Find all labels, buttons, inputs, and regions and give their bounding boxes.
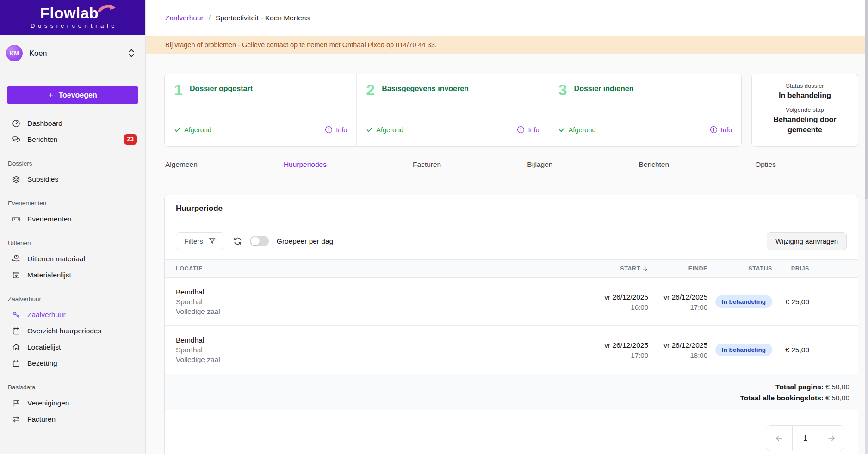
- sidebar-item-materialenlijst[interactable]: Materialenlijst: [0, 267, 145, 283]
- steps-card: 1 Dossier opgestart Afgerond Info: [164, 74, 742, 147]
- step-number: 1: [174, 82, 183, 98]
- step-1-foot: Afgerond Info: [165, 115, 356, 144]
- sidebar-item-facturen[interactable]: Facturen: [0, 411, 145, 427]
- scrollbar-thumb[interactable]: [865, 0, 868, 199]
- sidebar-item-evenementen[interactable]: Evenementen: [0, 211, 145, 227]
- sidebar-item-zaalverhuur[interactable]: Zaalverhuur: [0, 307, 145, 323]
- calendar-icon: [12, 326, 21, 336]
- start-cell: vr 26/12/2025 17:00: [570, 341, 648, 359]
- location-zone: Volledige zaal: [176, 355, 570, 364]
- nav-section-uitlenen: Uitlenen: [8, 239, 145, 246]
- sidebar-item-uitlenen-materiaal[interactable]: Uitlenen materiaal: [0, 251, 145, 267]
- table-row[interactable]: Bemdhal Sporthal Volledige zaal vr 26/12…: [165, 326, 858, 374]
- column-header-einde[interactable]: Einde: [648, 265, 707, 272]
- panel-toolbar: Filters Groepeer per dag Wijziging aanvr…: [165, 222, 858, 259]
- avatar: KM: [6, 45, 23, 61]
- step-info-link[interactable]: Info: [325, 126, 347, 134]
- box-heart-icon: [12, 270, 21, 280]
- panel-title: Huurperiode: [165, 195, 858, 222]
- dossier-tabs: Algemeen Huurperiodes Facturen Bijlagen …: [164, 160, 858, 178]
- sidebar-item-dashboard[interactable]: Dashboard: [0, 115, 145, 131]
- next-step-label: Volgende stap: [757, 106, 852, 113]
- price-cell: € 25,00: [772, 298, 809, 306]
- brand-tagline: Dossiercentrale: [28, 22, 118, 29]
- sidebar-item-label: Bezetting: [27, 359, 57, 368]
- sidebar-item-berichten[interactable]: Berichten 23: [0, 131, 145, 147]
- status-dossier-label: Status dossier: [757, 82, 852, 89]
- home-icon: [12, 343, 21, 352]
- check-icon: [174, 126, 181, 133]
- start-cell: vr 26/12/2025 16:00: [570, 293, 648, 311]
- ticket-icon: [12, 215, 21, 224]
- info-icon: [710, 126, 718, 134]
- group-per-day-toggle[interactable]: [250, 236, 269, 246]
- add-button[interactable]: + Toevoegen: [7, 86, 138, 104]
- sort-desc-icon: [642, 266, 648, 272]
- check-icon: [366, 126, 373, 133]
- chat-bubbles-icon: [12, 135, 21, 144]
- tab-facturen[interactable]: Facturen: [413, 160, 441, 169]
- step-number: 2: [366, 82, 375, 98]
- refresh-button[interactable]: [233, 237, 242, 245]
- sidebar-item-subsidies[interactable]: Subsidies: [0, 171, 145, 187]
- sidebar-item-label: Overzicht huurperiodes: [27, 327, 101, 335]
- tabs-row: Algemeen Huurperiodes Facturen Bijlagen …: [164, 160, 858, 169]
- notice-banner: Bij vragen of problemen - Gelieve contac…: [146, 36, 868, 54]
- tab-huurperiodes[interactable]: Huurperiodes: [284, 160, 327, 169]
- column-header-status[interactable]: Status: [707, 265, 772, 272]
- end-cell: vr 26/12/2025 18:00: [648, 341, 707, 359]
- sidebar-item-label: Facturen: [27, 415, 56, 423]
- breadcrumb-section-link[interactable]: Zaalverhuur: [165, 14, 204, 22]
- filters-button[interactable]: Filters: [176, 232, 224, 250]
- location-zone: Volledige zaal: [176, 307, 570, 316]
- brand-name: Flowlab: [40, 6, 105, 21]
- add-button-label: Toevoegen: [58, 91, 97, 99]
- location-type: Sporthal: [176, 345, 570, 355]
- user-menu[interactable]: KM Koen: [0, 35, 145, 61]
- location-cell: Bemdhal Sporthal Volledige zaal: [165, 287, 570, 316]
- sidebar-item-locatielijst[interactable]: Locatielijst: [0, 339, 145, 355]
- step-3-foot: Afgerond Info: [549, 115, 741, 144]
- tab-berichten[interactable]: Berichten: [639, 160, 669, 169]
- user-name: Koen: [29, 49, 120, 58]
- table-header-row: Locatie Start Einde Status Prijs: [165, 259, 858, 278]
- steps-row: 1 Dossier opgestart Afgerond Info: [164, 74, 858, 147]
- step-title: Dossier indienen: [574, 85, 634, 93]
- location-name: Bemdhal: [176, 287, 570, 297]
- sidebar-item-overzicht-huurperiodes[interactable]: Overzicht huurperiodes: [0, 323, 145, 339]
- totals-footer: Totaal pagina: € 50,00 Totaal alle booki…: [165, 374, 858, 410]
- step-status: Afgerond: [366, 126, 403, 134]
- chevron-up-down-icon[interactable]: [127, 48, 136, 58]
- nav-section-zaalverhuur: Zaalverhuur: [8, 295, 145, 302]
- sidebar-item-bezetting[interactable]: Bezetting: [0, 355, 145, 371]
- price-cell: € 25,00: [772, 346, 809, 354]
- current-page-button[interactable]: 1: [792, 426, 818, 451]
- sidebar-item-verenigingen[interactable]: Verenigingen: [0, 395, 145, 411]
- column-header-start[interactable]: Start: [570, 265, 648, 272]
- step-number: 3: [558, 82, 567, 98]
- step-title: Dossier opgestart: [190, 85, 253, 93]
- calendar-icon: [12, 359, 21, 368]
- tabs-divider: [164, 178, 858, 178]
- tab-algemeen[interactable]: Algemeen: [165, 160, 198, 169]
- arrows-swap-icon: [12, 415, 21, 424]
- tab-opties[interactable]: Opties: [755, 160, 776, 169]
- step-2: 2 Basisgegevens invoeren Afgerond Info: [357, 74, 549, 146]
- step-info-link[interactable]: Info: [710, 126, 732, 134]
- sidebar-item-label: Berichten: [27, 135, 57, 144]
- toggle-knob: [251, 237, 260, 245]
- step-info-link[interactable]: Info: [517, 126, 539, 134]
- column-header-locatie[interactable]: Locatie: [165, 265, 570, 272]
- column-header-prijs[interactable]: Prijs: [772, 265, 809, 272]
- sidebar-item-label: Dashboard: [27, 119, 62, 128]
- vertical-scrollbar[interactable]: [865, 0, 868, 454]
- request-change-button[interactable]: Wijziging aanvragen: [767, 232, 847, 250]
- next-step-value: Behandeling door gemeente: [757, 115, 852, 135]
- table-row[interactable]: Bemdhal Sporthal Volledige zaal vr 26/12…: [165, 278, 858, 326]
- next-page-button[interactable]: [818, 426, 844, 451]
- tab-bijlagen[interactable]: Bijlagen: [527, 160, 552, 169]
- info-icon: [517, 126, 525, 134]
- flag-icon: [12, 399, 21, 408]
- end-cell: vr 26/12/2025 17:00: [648, 293, 707, 311]
- previous-page-button[interactable]: [766, 426, 792, 451]
